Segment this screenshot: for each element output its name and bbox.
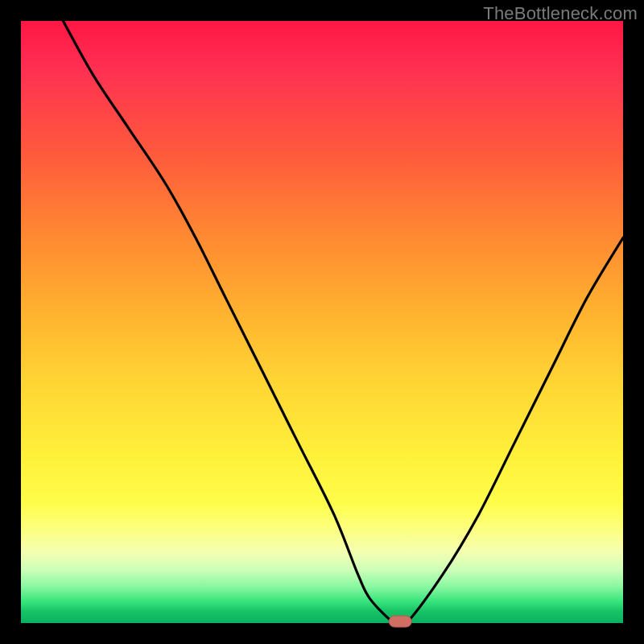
curve-layer xyxy=(21,21,623,623)
plot-area xyxy=(21,21,623,623)
watermark-text: TheBottleneck.com xyxy=(483,3,638,24)
chart-frame: TheBottleneck.com xyxy=(0,0,644,644)
bottleneck-curve-path xyxy=(63,21,623,628)
optimum-marker xyxy=(389,616,411,627)
